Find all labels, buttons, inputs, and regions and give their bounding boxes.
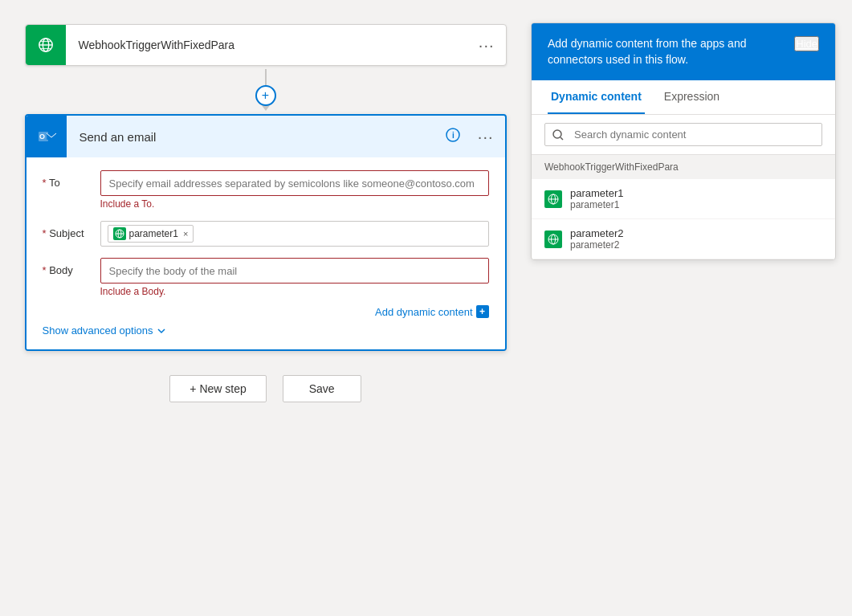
svg-line-15	[561, 137, 563, 140]
subject-label: * Subject	[43, 221, 91, 239]
info-icon: i	[446, 128, 460, 142]
dynamic-item-icon-2	[544, 230, 562, 248]
subject-tag-text: parameter1	[129, 228, 178, 239]
new-step-button[interactable]: + New step	[169, 375, 266, 402]
param1-globe-icon	[548, 194, 559, 205]
trigger-title: WebhookTriggerWithFixedPara	[66, 39, 467, 51]
dynamic-panel: Add dynamic content from the apps and co…	[531, 22, 836, 260]
action-card-body: * To Include a To. * Subject	[26, 157, 505, 349]
dynamic-item-text-2: parameter2 parameter2	[570, 227, 623, 251]
action-info-button[interactable]: i	[439, 128, 467, 145]
subject-tag: parameter1 ×	[108, 225, 194, 243]
main-canvas: WebhookTriggerWithFixedPara ··· + O	[0, 0, 852, 616]
subject-field-wrapper: parameter1 ×	[100, 221, 489, 247]
subject-tag-icon	[113, 227, 126, 240]
to-label: * To	[43, 170, 91, 189]
save-button[interactable]: Save	[283, 375, 361, 402]
body-row: * Body Include a Body.	[43, 258, 489, 297]
plus-symbol: +	[262, 88, 269, 103]
flow-area: WebhookTriggerWithFixedPara ··· + O	[16, 16, 515, 600]
subject-row: * Subject	[43, 221, 489, 247]
connector: +	[255, 66, 276, 114]
dynamic-search-input[interactable]	[544, 123, 822, 146]
body-input[interactable]	[100, 258, 489, 284]
dynamic-item-sub-2: parameter2	[570, 239, 623, 251]
dynamic-items-list: parameter1 parameter1 parameter2 paramet…	[532, 179, 835, 259]
tab-expression[interactable]: Expression	[661, 80, 723, 114]
bottom-actions: + New step Save	[169, 375, 361, 402]
to-input[interactable]	[100, 170, 489, 196]
chevron-down-icon	[157, 326, 166, 336]
svg-text:i: i	[452, 131, 455, 140]
dynamic-item-parameter2[interactable]: parameter2 parameter2	[532, 219, 835, 259]
action-card-header: O Send an email i ···	[26, 116, 505, 157]
dynamic-item-parameter1[interactable]: parameter1 parameter1	[532, 179, 835, 219]
svg-point-14	[553, 130, 561, 138]
add-dynamic-label: Add dynamic content	[375, 306, 472, 318]
subject-input-wrapper[interactable]: parameter1 ×	[100, 221, 489, 247]
to-required: *	[43, 177, 49, 189]
tab-dynamic-content[interactable]: Dynamic content	[548, 80, 645, 114]
dynamic-item-icon-1	[544, 190, 562, 208]
dynamic-section-header: WebhookTriggerWithFixedPara	[532, 154, 835, 179]
dynamic-panel-title: Add dynamic content from the apps and co…	[548, 36, 773, 67]
body-error: Include a Body.	[100, 286, 489, 297]
subject-required: *	[43, 227, 50, 239]
trigger-menu-button[interactable]: ···	[467, 36, 506, 55]
search-icon	[552, 129, 564, 141]
tag-globe-icon	[115, 229, 124, 239]
trigger-card: WebhookTriggerWithFixedPara ···	[25, 24, 507, 66]
action-icon-wrap: O	[26, 116, 67, 157]
to-field-wrapper: Include a To.	[100, 170, 489, 210]
add-dynamic-plus-icon: +	[476, 305, 489, 318]
add-step-button[interactable]: +	[255, 85, 276, 106]
svg-text:O: O	[39, 133, 45, 141]
dynamic-item-name-2: parameter2	[570, 227, 623, 239]
trigger-icon	[26, 25, 66, 65]
connector-line-top	[265, 69, 267, 85]
to-row: * To Include a To.	[43, 170, 489, 210]
to-error: Include a To.	[100, 198, 489, 210]
body-required: *	[43, 264, 50, 276]
action-card: O Send an email i ···	[25, 114, 507, 351]
dynamic-search-area	[532, 115, 835, 154]
dynamic-panel-hide-button[interactable]: Hide	[794, 36, 819, 51]
dynamic-item-text-1: parameter1 parameter1	[570, 187, 623, 210]
dynamic-item-name-1: parameter1	[570, 187, 623, 199]
dynamic-panel-header: Add dynamic content from the apps and co…	[532, 23, 835, 80]
action-menu-button[interactable]: ···	[467, 128, 505, 146]
search-wrapper	[544, 123, 822, 146]
dynamic-item-sub-1: parameter1	[570, 199, 623, 210]
body-label: * Body	[43, 258, 91, 276]
subject-tag-close[interactable]: ×	[183, 229, 188, 239]
globe-icon	[37, 36, 55, 54]
show-advanced-button[interactable]: Show advanced options	[43, 324, 166, 337]
param2-globe-icon	[548, 234, 559, 245]
show-advanced-label: Show advanced options	[43, 324, 153, 337]
outlook-icon: O	[35, 125, 58, 148]
add-dynamic-row: Add dynamic content +	[43, 305, 489, 318]
add-dynamic-button[interactable]: Add dynamic content +	[375, 305, 488, 318]
body-field-wrapper: Include a Body.	[100, 258, 489, 297]
action-title: Send an email	[67, 130, 439, 144]
dynamic-panel-tabs: Dynamic content Expression	[532, 80, 835, 115]
